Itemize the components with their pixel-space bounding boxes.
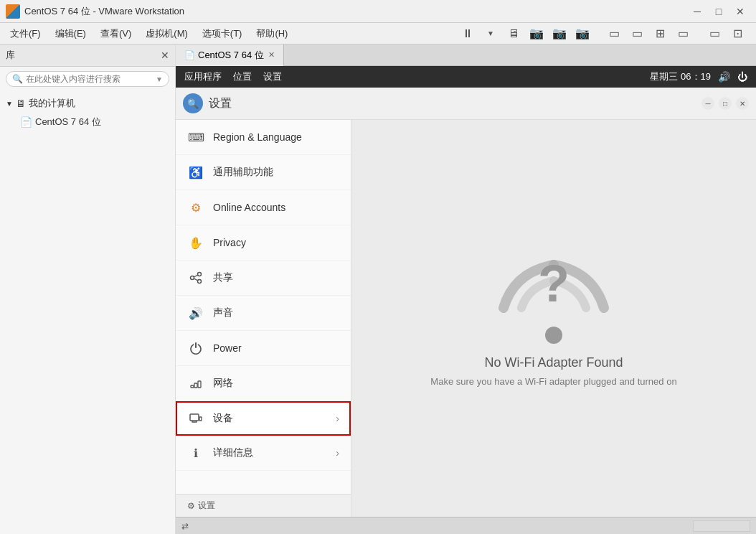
sharing-icon: [187, 269, 204, 286]
no-wifi-description: Make sure you have a Wi-Fi adapter plugg…: [430, 376, 676, 387]
no-wifi-illustration: ?: [496, 250, 611, 344]
vmware-window-title: CentOS 7 64 位 - VMware Workstation: [24, 5, 687, 18]
menu-file[interactable]: 文件(F): [3, 24, 48, 43]
vm-tab-icon: 📄: [184, 50, 195, 60]
settings-item-sound[interactable]: 🔊 声音: [176, 296, 351, 331]
vm-tab-label: CentOS 7 64 位: [198, 49, 264, 62]
settings-item-sound-label: 声音: [213, 306, 233, 319]
vmware-close-button[interactable]: ✕: [730, 1, 750, 22]
full-screen-button[interactable]: ⊡: [727, 24, 747, 43]
settings-item-online-accounts[interactable]: ⚙ Online Accounts: [176, 190, 351, 225]
sidebar-search-input[interactable]: [26, 74, 153, 84]
console-button[interactable]: ▭: [704, 24, 724, 43]
vm-tab-centos[interactable]: 📄 CentOS 7 64 位 ✕: [176, 44, 284, 66]
svg-rect-7: [198, 381, 201, 388]
vm-tabbar: 📄 CentOS 7 64 位 ✕: [176, 44, 756, 66]
gnome-menu-apps[interactable]: 应用程序: [184, 70, 222, 83]
send-ctrl-alt-del-button[interactable]: 🖥: [504, 24, 524, 43]
settings-content-area: ? No Wi-Fi Adapter Found Make sure you h…: [351, 120, 756, 517]
settings-list-panel: ⌨ Region & Language ♿ 通用辅助功能 ⚙: [176, 120, 351, 517]
menu-view[interactable]: 查看(V): [93, 24, 138, 43]
menu-tabs[interactable]: 选项卡(T): [195, 24, 250, 43]
sidebar-close-button[interactable]: ✕: [161, 50, 169, 61]
vm-bottom-icons: [693, 520, 750, 532]
settings-item-details[interactable]: ℹ 详细信息 ›: [176, 436, 351, 471]
settings-item-network-label: 网络: [213, 377, 233, 390]
svg-point-0: [198, 273, 202, 276]
vm-content-area: 📄 CentOS 7 64 位 ✕ 应用程序 位置 设置 星期三 06：19 🔊…: [176, 44, 756, 534]
vm-bottom-progress: [693, 520, 750, 532]
settings-window-controls: ─ □ ✕: [701, 97, 749, 110]
gnome-clock: 星期三 06：19: [650, 70, 711, 83]
settings-minimize-button[interactable]: ─: [701, 97, 714, 110]
settings-item-accessibility[interactable]: ♿ 通用辅助功能: [176, 155, 351, 190]
gnome-volume-icon[interactable]: 🔊: [718, 71, 730, 83]
gnome-menu-places[interactable]: 位置: [233, 70, 252, 83]
wifi-dot-icon: [545, 327, 562, 344]
vm-icon: 📄: [20, 116, 32, 128]
settings-close-button[interactable]: ✕: [736, 97, 749, 110]
snapshot3-button[interactable]: 📷: [572, 24, 592, 43]
settings-item-region[interactable]: ⌨ Region & Language: [176, 120, 351, 155]
view2-button[interactable]: ▭: [627, 24, 647, 43]
svg-rect-8: [190, 414, 199, 421]
settings-item-devices[interactable]: 设备 ›: [176, 401, 351, 436]
search-icon: 🔍: [12, 74, 23, 84]
details-icon: ℹ: [187, 444, 204, 462]
settings-bottom-bar: ⚙ 设置: [176, 494, 351, 517]
tree-item-label: 我的计算机: [29, 97, 75, 110]
details-arrow-icon: ›: [336, 447, 339, 459]
tree-expand-icon: ▼: [6, 100, 13, 108]
view3-button[interactable]: ⊞: [650, 24, 670, 43]
menu-help[interactable]: 帮助(H): [249, 24, 295, 43]
view1-button[interactable]: ▭: [604, 24, 624, 43]
settings-item-sharing-label: 共享: [213, 271, 233, 284]
devices-arrow-icon: ›: [336, 413, 339, 424]
settings-bottom-label: 设置: [198, 500, 215, 512]
tree-item-centos[interactable]: 📄 CentOS 7 64 位: [0, 113, 175, 131]
settings-maximize-button[interactable]: □: [719, 97, 732, 110]
menu-vm[interactable]: 虚拟机(M): [138, 24, 195, 43]
settings-item-privacy-label: Privacy: [213, 237, 246, 248]
online-accounts-icon: ⚙: [187, 199, 204, 216]
pause-dropdown-button[interactable]: ▼: [481, 24, 501, 43]
power-icon: [187, 339, 204, 357]
vmware-titlebar: CentOS 7 64 位 - VMware Workstation ─ □ ✕: [0, 0, 756, 23]
settings-item-sharing[interactable]: 共享: [176, 261, 351, 296]
pause-button[interactable]: ⏸: [458, 24, 478, 43]
svg-rect-9: [199, 417, 202, 421]
gnome-desktop-area: 🔍 设置 ─ □ ✕ ⌨: [176, 88, 756, 517]
gnome-menus: 应用程序 位置 设置: [184, 70, 282, 83]
tree-item-my-computer[interactable]: ▼ 🖥 我的计算机: [0, 94, 175, 113]
view4-button[interactable]: ▭: [673, 24, 693, 43]
gnome-menu-settings[interactable]: 设置: [263, 70, 282, 83]
vm-tab-close-button[interactable]: ✕: [268, 50, 275, 60]
menu-edit[interactable]: 编辑(E): [48, 24, 93, 43]
sidebar: 库 ✕ 🔍 ▼ ▼ 🖥 我的计算机 📄 CentOS 7 64 位: [0, 44, 176, 534]
snapshot2-button[interactable]: 📷: [549, 24, 570, 43]
sidebar-header: 库 ✕: [0, 44, 175, 67]
gnome-status-area: 星期三 06：19 🔊 ⏻: [650, 70, 747, 83]
settings-window: 🔍 设置 ─ □ ✕ ⌨: [176, 88, 756, 517]
settings-list: ⌨ Region & Language ♿ 通用辅助功能 ⚙: [176, 120, 351, 494]
settings-item-privacy[interactable]: ✋ Privacy: [176, 225, 351, 261]
sidebar-search[interactable]: 🔍 ▼: [6, 71, 169, 87]
search-dropdown-icon: ▼: [156, 75, 163, 83]
settings-search-button[interactable]: 🔍: [183, 93, 203, 113]
settings-bottom-settings-button[interactable]: ⚙ 设置: [181, 497, 221, 515]
vmware-minimize-button[interactable]: ─: [687, 1, 707, 22]
svg-rect-6: [194, 383, 197, 388]
settings-item-power[interactable]: Power: [176, 331, 351, 366]
settings-item-network[interactable]: 网络: [176, 366, 351, 401]
accessibility-icon: ♿: [187, 164, 204, 181]
network-icon: [187, 375, 204, 392]
svg-line-4: [194, 278, 198, 281]
question-mark-icon: ?: [538, 258, 570, 309]
vmware-toolbar: ⏸ ▼ 🖥 📷 📷 📷 ▭ ▭ ⊞ ▭ ▭ ⊡: [452, 24, 753, 43]
snapshot1-button[interactable]: 📷: [526, 24, 547, 43]
sidebar-title: 库: [6, 49, 15, 62]
sound-icon: 🔊: [187, 304, 204, 322]
region-icon: ⌨: [187, 128, 204, 146]
gnome-power-icon[interactable]: ⏻: [737, 71, 747, 83]
vmware-maximize-button[interactable]: □: [709, 1, 729, 22]
